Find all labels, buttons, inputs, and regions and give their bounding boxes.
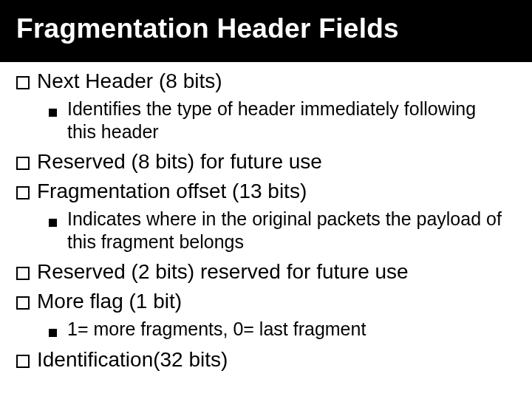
bullet-label: Reserved (8 bits) for future use [35,150,322,174]
square-bullet-icon [49,329,57,337]
slide-title: Fragmentation Header Fields [16,13,516,44]
bullet-reserved-8: Reserved (8 bits) for future use [0,146,532,175]
slide-content: Next Header (8 bits) Identifies the type… [0,62,532,373]
title-bar: Fragmentation Header Fields [0,0,532,62]
bullet-identification: Identification(32 bits) [0,344,532,373]
subbullet-text: 1= more fragments, 0= last fragment [67,318,366,341]
subbullet: 1= more fragments, 0= last fragment [0,315,532,344]
bullet-label: Next Header (8 bits) [35,69,222,93]
bullet-label: More flag (1 bit) [35,290,182,313]
checkbox-icon [16,186,30,200]
subbullet-text: Indicates where in the original packets … [67,208,502,253]
bullet-fragmentation-offset: Fragmentation offset (13 bits) [0,175,532,205]
bullet-label: Reserved (2 bits) reserved for future us… [35,260,409,284]
checkbox-icon [16,355,30,368]
square-bullet-icon [49,219,57,227]
bullet-more-flag: More flag (1 bit) [0,285,532,315]
bullet-next-header: Next Header (8 bits) [0,65,532,95]
subbullet-text: Identifies the type of header immediatel… [67,98,502,143]
checkbox-icon [16,267,30,280]
bullet-label: Identification(32 bits) [35,348,228,372]
checkbox-icon [16,76,30,89]
checkbox-icon [16,157,30,170]
subbullet: Indicates where in the original packets … [0,205,532,256]
subbullet: Identifies the type of header immediatel… [0,95,532,146]
bullet-label: Fragmentation offset (13 bits) [35,180,307,203]
square-bullet-icon [49,109,57,117]
checkbox-icon [16,296,30,310]
bullet-reserved-2: Reserved (2 bits) reserved for future us… [0,256,532,285]
